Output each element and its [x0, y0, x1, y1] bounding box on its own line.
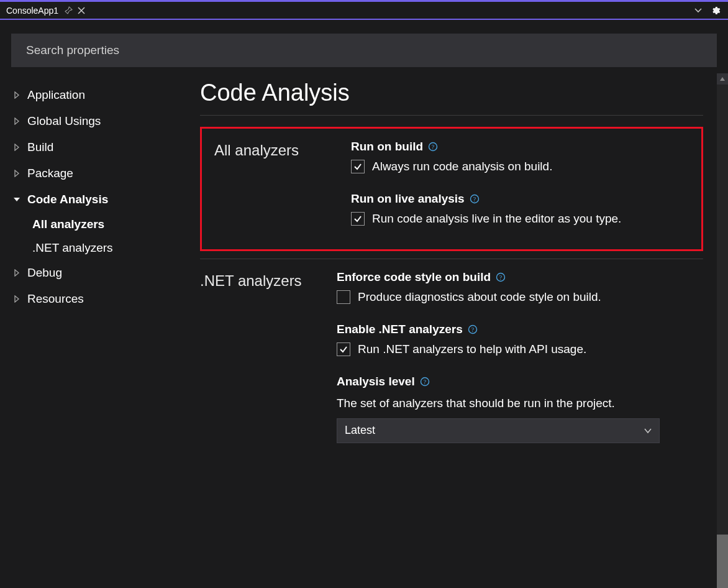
chevron-right-icon: [11, 170, 22, 177]
field-label-enable-net-analyzers: Enable .NET analyzers: [337, 323, 463, 336]
sidebar-item-label: Resources: [27, 292, 84, 306]
divider: [200, 115, 703, 116]
gear-icon[interactable]: [708, 3, 723, 18]
help-icon[interactable]: ?: [470, 194, 480, 204]
sidebar-item-build[interactable]: Build: [11, 134, 181, 160]
chevron-down-icon: [11, 196, 22, 203]
divider: [200, 259, 703, 259]
checkbox-run-on-build[interactable]: [351, 160, 365, 173]
section-title-net-analyzers: .NET analyzers: [200, 270, 324, 443]
sidebar-item-application[interactable]: Application: [11, 82, 181, 108]
help-icon[interactable]: ?: [496, 272, 506, 282]
checkbox-run-on-live[interactable]: [351, 212, 365, 226]
window-tray: [692, 2, 728, 19]
select-analysis-level[interactable]: Latest: [337, 418, 660, 443]
sidebar-subitem-all-analyzers[interactable]: All analyzers: [32, 213, 181, 236]
section-title-all-analyzers: All analyzers: [214, 140, 339, 229]
select-value: Latest: [345, 424, 375, 437]
checkbox-label: Run .NET analyzers to help with API usag…: [358, 342, 586, 356]
sidebar-subitem-net-analyzers[interactable]: .NET analyzers: [32, 236, 181, 260]
tab-consoleapp1[interactable]: ConsoleApp1: [0, 2, 91, 19]
scroll-up-icon[interactable]: [717, 73, 728, 85]
svg-text:?: ?: [499, 274, 503, 281]
checkbox-label: Always run code analysis on build.: [372, 160, 552, 173]
field-description: The set of analyzers that should be run …: [337, 395, 703, 412]
sidebar-item-package[interactable]: Package: [11, 160, 181, 186]
page-title: Code Analysis: [200, 80, 703, 106]
field-label-run-on-build: Run on build: [351, 140, 423, 154]
scrollbar[interactable]: [717, 73, 728, 588]
sidebar-item-label: Debug: [27, 266, 62, 280]
sidebar-item-debug[interactable]: Debug: [11, 260, 181, 286]
chevron-right-icon: [11, 117, 22, 125]
sidebar-item-label: Global Usings: [27, 114, 101, 128]
scroll-thumb[interactable]: [717, 535, 728, 588]
sidebar-item-label: Code Analysis: [27, 193, 108, 206]
checkbox-enforce-code-style[interactable]: [337, 290, 350, 304]
svg-text:?: ?: [471, 326, 475, 333]
chevron-down-icon: [644, 428, 652, 434]
help-icon[interactable]: ?: [428, 142, 438, 152]
search-input[interactable]: [11, 34, 717, 67]
sidebar-item-global-usings[interactable]: Global Usings: [11, 108, 181, 134]
chevron-down-icon[interactable]: [692, 4, 704, 17]
tab-title: ConsoleApp1: [6, 6, 58, 16]
chevron-right-icon: [11, 269, 22, 277]
field-label-run-on-live: Run on live analysis: [351, 192, 465, 206]
tab-bar: ConsoleApp1: [0, 0, 728, 19]
field-label-analysis-level: Analysis level: [337, 375, 415, 388]
svg-text:?: ?: [432, 144, 435, 150]
sidebar-item-label: Application: [27, 88, 85, 102]
help-icon[interactable]: ?: [420, 377, 430, 387]
sidebar-item-label: Package: [27, 167, 73, 180]
content-panel: Code Analysis All analyzers Run on build…: [186, 73, 728, 588]
svg-text:?: ?: [473, 196, 476, 203]
chevron-right-icon: [11, 144, 22, 151]
help-icon[interactable]: ?: [468, 324, 478, 334]
chevron-right-icon: [11, 295, 22, 303]
field-label-enforce-code-style: Enforce code style on build: [337, 270, 491, 284]
sidebar: Application Global Usings Build Package …: [0, 73, 186, 588]
close-icon[interactable]: [78, 7, 85, 14]
svg-text:?: ?: [423, 379, 426, 385]
highlight-box: All analyzers Run on build ? Always run …: [200, 127, 703, 251]
sidebar-item-code-analysis[interactable]: Code Analysis: [11, 186, 181, 213]
checkbox-label: Produce diagnostics about code style on …: [358, 290, 601, 304]
sidebar-item-label: Build: [27, 140, 53, 154]
sidebar-item-resources[interactable]: Resources: [11, 286, 181, 312]
checkbox-enable-net-analyzers[interactable]: [337, 342, 350, 356]
pin-icon[interactable]: [65, 6, 73, 14]
chevron-right-icon: [11, 91, 22, 99]
checkbox-label: Run code analysis live in the editor as …: [372, 212, 621, 226]
